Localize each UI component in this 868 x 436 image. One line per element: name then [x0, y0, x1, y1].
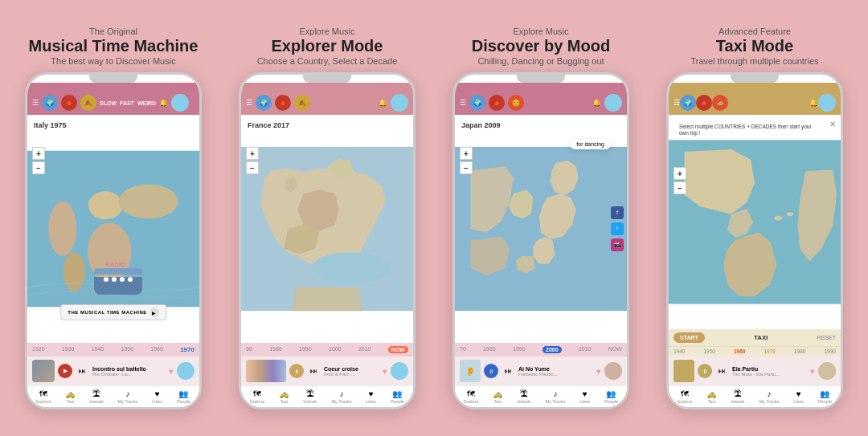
track-controls-p2: ⏸ ⏭: [289, 364, 321, 378]
phone4-track-info: ⏸ ⏭ Ela Partiu Tim Maia - Ela Partu... ♥: [669, 357, 841, 385]
phone2-timeline: 90 1980 1990 2000 2010 NOW: [241, 343, 413, 357]
start-btn[interactable]: START: [674, 332, 705, 343]
phone1: ☰ 🌍 🍁 🍂 SLOW FAST WEIRD 🔔 Italy 1975: [25, 72, 202, 410]
skip-btn-p4[interactable]: ⏭: [714, 364, 729, 378]
nav-likes-p4[interactable]: ♥Likes: [793, 389, 804, 404]
nav-people-p2[interactable]: 👥People: [391, 389, 404, 404]
panel3-desc: Chilling, Dancing or Bugging out: [472, 56, 610, 66]
panel3-subtitle: Explore Music: [472, 26, 610, 36]
zoom-in-p4[interactable]: +: [674, 167, 686, 180]
nav-explore[interactable]: 🗺Explore: [36, 389, 51, 404]
zoom-out-btn[interactable]: −: [32, 161, 45, 174]
nav-explore-p4[interactable]: 🗺Explore: [678, 389, 693, 404]
panel1-desc: The best way to Discover Music: [29, 56, 199, 66]
nav-explore-p2[interactable]: 🗺Explore: [250, 389, 265, 404]
phone3-map[interactable]: Japan 2009 for dancing + − f t 📸: [455, 115, 627, 343]
bell-icon[interactable]: 🔔: [159, 99, 168, 107]
skip-btn-p3[interactable]: ⏭: [501, 364, 515, 378]
heart-icon-p3[interactable]: ♥: [596, 367, 601, 376]
zoom-in-p3[interactable]: +: [460, 147, 473, 160]
play-btn[interactable]: ▶: [58, 364, 72, 378]
heart-icon-p2[interactable]: ♥: [383, 367, 387, 376]
flag-icon-p4[interactable]: 🍁: [696, 95, 712, 111]
globe-icon-p2[interactable]: 🌍: [256, 95, 272, 111]
nav-mytracks-p2[interactable]: ♪My Tracks: [331, 389, 351, 404]
zoom-out-p3[interactable]: −: [460, 161, 473, 174]
track-avatar-p4: [818, 362, 836, 380]
taxi-message: Select multiple COUNTRIES + DECADES then…: [675, 121, 825, 140]
leaf-icon-p2[interactable]: 🍂: [294, 95, 310, 111]
pause-btn-p2[interactable]: ⏸: [289, 364, 304, 378]
active-year[interactable]: 1970: [180, 346, 194, 353]
phone1-map[interactable]: Italy 1975 + −: [27, 115, 199, 343]
track-artist-p4: Tim Maia - Ela Partu...: [732, 372, 807, 377]
panel2-subtitle: Explore Music: [257, 26, 398, 36]
nav-taxi-p2[interactable]: 🚕Taxi: [279, 389, 289, 404]
zoom-in-btn[interactable]: +: [32, 147, 45, 160]
nav-mytracks-p4[interactable]: ♪My Tracks: [759, 389, 779, 404]
phone4-topbar: ☰ 🌍 🍁 🚕 🔔: [669, 83, 841, 115]
nav-likes-p3[interactable]: ♥Likes: [579, 389, 590, 404]
zoom-in-p2[interactable]: +: [246, 147, 259, 160]
menu-icon-p4[interactable]: ☰: [674, 99, 680, 107]
nav-people-p4[interactable]: 👥People: [818, 389, 832, 404]
taxi-active-year2[interactable]: 1970: [764, 348, 776, 354]
nav-explore-p3[interactable]: 🗺Explore: [464, 389, 479, 404]
heart-icon-p4[interactable]: ♥: [810, 367, 815, 376]
instagram-icon[interactable]: 📸: [611, 238, 624, 251]
facebook-icon[interactable]: f: [611, 206, 624, 219]
nav-mytracks[interactable]: ♪My Tracks: [117, 389, 137, 404]
nav-taxi[interactable]: 🚕Taxi: [65, 389, 75, 404]
active-year-p3[interactable]: 2000: [542, 346, 562, 353]
nav-mytracks-p3[interactable]: ♪My Tracks: [545, 389, 565, 404]
skip-btn-p2[interactable]: ⏭: [306, 364, 321, 378]
pause-btn-p3[interactable]: ⏸: [484, 364, 498, 378]
bell-icon-p2[interactable]: 🔔: [379, 99, 387, 107]
globe-icon-p4[interactable]: 🌍: [680, 95, 696, 111]
close-icon[interactable]: ✕: [829, 120, 836, 128]
menu-icon[interactable]: ☰: [32, 99, 39, 107]
taxi-mode-icon[interactable]: 🚕: [712, 95, 728, 111]
phone4-map[interactable]: Select multiple COUNTRIES + DECADES then…: [669, 115, 841, 329]
twitter-icon[interactable]: t: [611, 222, 624, 235]
taxi-active-year1[interactable]: 1960: [734, 348, 745, 354]
avatar-p2: [391, 94, 408, 112]
nav-people[interactable]: 👥People: [177, 389, 190, 404]
nav-people-p3[interactable]: 👥People: [604, 389, 618, 404]
nav-islands[interactable]: 🏝Islands: [89, 389, 103, 404]
nav-islands-p2[interactable]: 🏝Islands: [303, 389, 317, 404]
zoom-out-p2[interactable]: −: [246, 161, 259, 174]
flag-icon-p2[interactable]: 🍁: [275, 95, 291, 111]
flag-icon[interactable]: 🍁: [61, 95, 77, 111]
panel-explorer-mode: Explore Music Explorer Mode Choose a Cou…: [227, 26, 427, 410]
track-name: Incontro sul battello: [92, 366, 166, 372]
mood-icon[interactable]: 😊: [508, 95, 524, 111]
menu-icon-p3[interactable]: ☰: [460, 99, 466, 107]
phone2-map[interactable]: France 2017 + −: [241, 115, 413, 343]
phone3-nav: 🗺Explore 🚕Taxi 🏝Islands ♪My Tracks ♥Like…: [455, 385, 627, 407]
nav-taxi-p3[interactable]: 🚕Taxi: [493, 389, 502, 404]
bell-icon-p4[interactable]: 🔔: [809, 99, 818, 107]
phone3: ☰ 🌍 🍁 😊 🔔 Japan 2009 for dancing + −: [452, 72, 629, 410]
menu-icon-p2[interactable]: ☰: [246, 99, 252, 107]
nav-islands-p4[interactable]: 🏝Islands: [731, 389, 744, 404]
reset-btn[interactable]: RESET: [817, 335, 836, 340]
time-machine-banner[interactable]: THE MUSICAL TIME MACHINE ▶: [60, 304, 166, 320]
leaf-icon[interactable]: 🍂: [80, 95, 96, 111]
zoom-controls-p3: + −: [460, 147, 473, 174]
flag-icon-p3[interactable]: 🍁: [489, 95, 505, 111]
bell-icon-p3[interactable]: 🔔: [592, 99, 601, 107]
nav-taxi-p4[interactable]: 🚕Taxi: [706, 389, 716, 404]
heart-icon[interactable]: ♥: [169, 367, 174, 376]
nav-likes-p2[interactable]: ♥Likes: [366, 389, 376, 404]
banner-play-btn[interactable]: ▶: [149, 308, 159, 317]
globe-icon[interactable]: 🌍: [42, 95, 58, 111]
globe-icon-p3[interactable]: 🌍: [469, 95, 485, 111]
now-btn[interactable]: NOW: [388, 346, 408, 353]
skip-btn[interactable]: ⏭: [75, 364, 89, 378]
phone1-track-info: ▶ ⏭ Incontro sul battello Ria Ortolani -…: [27, 357, 199, 385]
zoom-out-p4[interactable]: −: [674, 181, 686, 194]
pause-btn-p4[interactable]: ⏸: [698, 364, 712, 378]
nav-islands-p3[interactable]: 🏝Islands: [517, 389, 530, 404]
nav-likes[interactable]: ♥Likes: [152, 389, 162, 404]
